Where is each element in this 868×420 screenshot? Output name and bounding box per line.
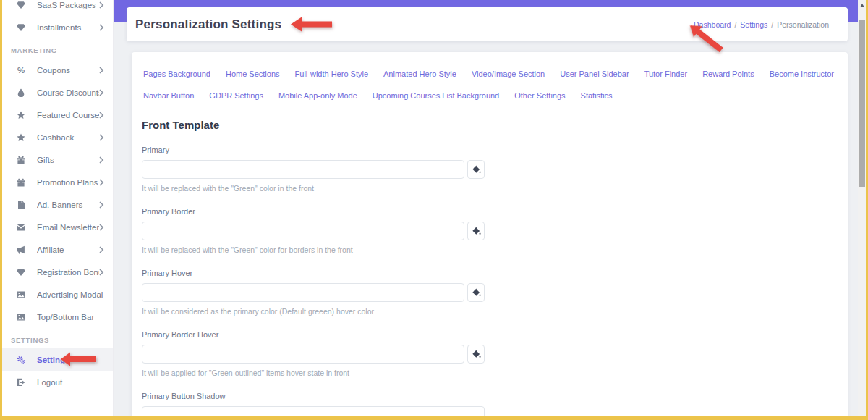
- chevron-right-icon: [99, 134, 104, 141]
- field-help-text: It will be applied for "Green outlined" …: [142, 369, 485, 377]
- scrollbar-thumb[interactable]: [859, 20, 865, 187]
- app-window: SaaS PackagesInstallmentsMARKETING%Coupo…: [2, 0, 866, 416]
- breadcrumb-settings[interactable]: Settings: [740, 20, 767, 29]
- scrollbar[interactable]: [858, 0, 866, 416]
- tab-home-sections[interactable]: Home Sections: [224, 68, 281, 80]
- sidebar-item-advertising-modal[interactable]: Advertising Modal: [2, 283, 113, 306]
- tab-reward-points[interactable]: Reward Points: [701, 68, 756, 80]
- percent-icon: %: [16, 65, 26, 75]
- tab-statistics[interactable]: Statistics: [579, 90, 614, 101]
- field-primary-hover: Primary HoverIt will be considered as th…: [142, 269, 485, 316]
- field-primary-border: Primary BorderIt will be replaced with t…: [142, 207, 485, 254]
- chevron-right-icon: [99, 246, 104, 253]
- sidebar-item-label: Installments: [37, 23, 99, 32]
- field-help-text: It will be replaced with the "Green" col…: [142, 184, 485, 193]
- field-help-text: It will be considered as the primary col…: [142, 307, 485, 316]
- color-picker-button[interactable]: [467, 160, 485, 179]
- page-frame: SaaS PackagesInstallmentsMARKETING%Coupo…: [0, 0, 868, 420]
- breadcrumb-separator: /: [771, 20, 773, 29]
- sidebar-item-label: Coupons: [37, 66, 99, 75]
- tab-video-image-section[interactable]: Video/Image Section: [470, 68, 546, 80]
- field-input-row: [142, 406, 485, 416]
- tab-upcoming-courses-list-background[interactable]: Upcoming Courses List Background: [371, 90, 501, 101]
- chevron-right-icon: [99, 67, 104, 74]
- sidebar-item-email-newsletter[interactable]: Email Newsletter: [2, 216, 113, 238]
- annotation-arrow-title: [291, 17, 332, 32]
- tab-full-width-hero-style[interactable]: Full-width Hero Style: [294, 68, 370, 80]
- sidebar-item-label: Cashback: [37, 133, 99, 142]
- bucket-icon: [472, 350, 481, 359]
- chevron-right-icon: [99, 24, 104, 31]
- primary-button-shadow-input[interactable]: [142, 406, 485, 416]
- field-input-row: [142, 283, 485, 302]
- chevron-right-icon: [99, 112, 104, 119]
- sidebar-item-top-bottom-bar[interactable]: Top/Bottom Bar: [2, 306, 113, 328]
- sidebar-item-registration-bonus[interactable]: Registration Bonus: [2, 261, 113, 283]
- field-primary: PrimaryIt will be replaced with the "Gre…: [142, 146, 485, 193]
- form-fields: PrimaryIt will be replaced with the "Gre…: [142, 146, 838, 416]
- tab-gdpr-settings[interactable]: GDPR Settings: [208, 90, 265, 101]
- sidebar-item-logout[interactable]: Logout: [2, 371, 113, 393]
- gem-icon: [16, 267, 26, 277]
- tab-user-panel-sidebar[interactable]: User Panel Sidebar: [558, 68, 630, 80]
- tab-animated-hero-style[interactable]: Animated Hero Style: [382, 68, 458, 80]
- sidebar-item-affiliate[interactable]: Affiliate: [2, 238, 113, 261]
- annotation-arrow-settings-item: [61, 352, 96, 366]
- sidebar-item-promotion-plans[interactable]: Promotion Plans: [2, 171, 113, 193]
- star-icon: [16, 110, 26, 120]
- color-picker-button[interactable]: [467, 283, 485, 302]
- image-icon: [16, 312, 26, 322]
- field-input-row: [142, 345, 485, 364]
- primary-border-input[interactable]: [142, 222, 464, 240]
- field-help-text: It will be replaced with the "Green" col…: [142, 245, 485, 254]
- breadcrumb: Dashboard/Settings/Personalization: [694, 20, 829, 29]
- tab-become-instructor[interactable]: Become Instructor: [768, 68, 835, 80]
- sidebar-item-label: Course Discounts: [37, 88, 99, 97]
- envelope-icon: [16, 222, 26, 232]
- gift-icon: [16, 177, 26, 188]
- page-header-card: Personalization Settings Dashboard/Setti…: [127, 7, 848, 41]
- sidebar-item-saas-packages[interactable]: SaaS Packages: [2, 0, 113, 16]
- color-picker-button[interactable]: [467, 222, 485, 240]
- scroll-up-arrow-icon: [860, 4, 864, 7]
- scroll-up-button[interactable]: [858, 0, 866, 10]
- field-label: Primary Hover: [142, 269, 485, 277]
- banner-icon: [16, 200, 26, 210]
- gem-icon: [16, 0, 26, 10]
- color-picker-button[interactable]: [467, 345, 485, 364]
- content-card: Pages BackgroundHome SectionsFull-width …: [132, 52, 848, 416]
- field-label: Primary: [142, 146, 485, 154]
- droplet-icon: [16, 88, 26, 98]
- tabs-row-2: Navbar ButtonGDPR SettingsMobile App-onl…: [142, 90, 838, 101]
- sidebar-item-gifts[interactable]: Gifts: [2, 148, 113, 171]
- sidebar-item-cashback[interactable]: Cashback: [2, 126, 113, 148]
- field-label: Primary Border: [142, 207, 485, 216]
- image-icon: [16, 290, 26, 300]
- sidebar-item-ad-banners[interactable]: Ad. Banners: [2, 193, 113, 216]
- sidebar-item-label: Promotion Plans: [37, 178, 99, 187]
- primary-hover-input[interactable]: [142, 283, 464, 302]
- primary-border-hover-input[interactable]: [142, 345, 464, 364]
- chevron-right-icon: [99, 1, 104, 9]
- sidebar-item-label: Email Newsletter: [37, 223, 99, 232]
- sidebar-item-settings[interactable]: Settings: [2, 348, 113, 371]
- tab-navbar-button[interactable]: Navbar Button: [142, 90, 195, 101]
- sidebar-item-label: Top/Bottom Bar: [37, 313, 104, 322]
- sidebar-item-label: Affiliate: [37, 245, 99, 254]
- breadcrumb-separator: /: [734, 20, 736, 29]
- chevron-right-icon: [99, 201, 104, 209]
- sidebar-item-course-discounts[interactable]: Course Discounts: [2, 81, 113, 104]
- sidebar-list: SaaS PackagesInstallmentsMARKETING%Coupo…: [2, 0, 113, 393]
- sidebar-item-coupons[interactable]: %Coupons: [2, 59, 113, 81]
- primary-input[interactable]: [142, 160, 464, 179]
- sidebar-item-installments[interactable]: Installments: [2, 16, 113, 38]
- tab-tutor-finder[interactable]: Tutor Finder: [643, 68, 689, 80]
- gift-icon: [16, 155, 26, 165]
- tab-mobile-app-only-mode[interactable]: Mobile App-only Mode: [277, 90, 359, 101]
- gem-icon: [16, 22, 26, 33]
- sidebar-item-featured-courses[interactable]: Featured Courses: [2, 104, 113, 126]
- sidebar-item-label: Gifts: [37, 156, 99, 164]
- tab-other-settings[interactable]: Other Settings: [513, 90, 566, 101]
- tab-pages-background[interactable]: Pages Background: [142, 68, 212, 80]
- megaphone-icon: [16, 245, 26, 255]
